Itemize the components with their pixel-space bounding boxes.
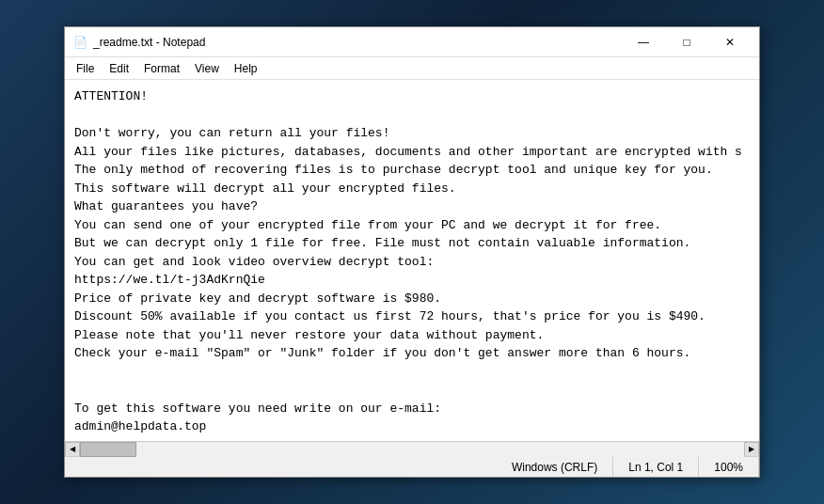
- status-line-ending: Windows (CRLF): [497, 457, 613, 477]
- window-icon: 📄: [72, 35, 87, 50]
- maximize-button[interactable]: □: [665, 27, 708, 57]
- scroll-left-button[interactable]: ◀: [65, 442, 80, 457]
- status-position: Ln 1, Col 1: [613, 457, 699, 477]
- menu-format[interactable]: Format: [136, 60, 187, 77]
- menu-view[interactable]: View: [187, 60, 227, 77]
- status-zoom: 100%: [699, 457, 759, 477]
- menu-edit[interactable]: Edit: [102, 60, 136, 77]
- desktop: YANDEX.COM 📄 _readme.txt - Notepad — □ ✕…: [0, 0, 824, 504]
- scroll-h-track[interactable]: [80, 442, 744, 457]
- scroll-right-button[interactable]: ▶: [744, 442, 759, 457]
- status-empty: [65, 457, 497, 477]
- title-bar-controls: — □ ✕: [622, 27, 752, 57]
- horizontal-scrollbar[interactable]: ◀ ▶: [65, 441, 759, 456]
- content-area: ATTENTION! Don't worry, you can return a…: [65, 80, 759, 441]
- menu-help[interactable]: Help: [227, 60, 265, 77]
- scroll-h-thumb[interactable]: [80, 442, 136, 457]
- status-bar: Windows (CRLF) Ln 1, Col 1 100%: [65, 456, 759, 477]
- close-button[interactable]: ✕: [708, 27, 752, 57]
- menu-bar: File Edit Format View Help: [65, 57, 759, 80]
- menu-file[interactable]: File: [69, 60, 102, 77]
- window-title: _readme.txt - Notepad: [93, 36, 622, 49]
- notepad-window: 📄 _readme.txt - Notepad — □ ✕ File Edit …: [64, 26, 760, 478]
- minimize-button[interactable]: —: [622, 27, 665, 57]
- title-bar: 📄 _readme.txt - Notepad — □ ✕: [65, 27, 759, 57]
- text-editor[interactable]: ATTENTION! Don't worry, you can return a…: [65, 80, 759, 441]
